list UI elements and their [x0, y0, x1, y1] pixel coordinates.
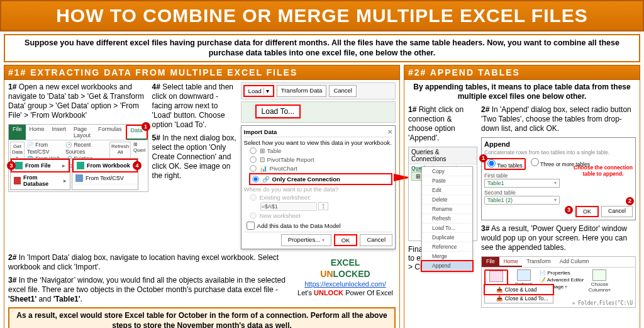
pq-adv-editor[interactable]: 📝 Advanced Editor — [540, 276, 584, 283]
workbook-icon — [77, 162, 84, 169]
pq-properties[interactable]: 📄 Properties — [540, 269, 584, 276]
second-table-select[interactable]: Table1 (2)▾ — [484, 196, 560, 205]
dialog-title: Import Data — [244, 128, 277, 135]
pq-tab-transform[interactable]: Transform — [522, 257, 555, 267]
ctx-paste: Paste — [422, 176, 472, 186]
ctx-append[interactable]: Append — [422, 261, 472, 271]
section-1-header: #1# EXTRACTING DATA FROM MULTIPLE EXCEL … — [4, 65, 400, 80]
second-table-label: Second table — [484, 189, 633, 196]
import-data-dialog: Import Data✕ Select how you want to view… — [241, 125, 396, 249]
ctx-duplicate[interactable]: Duplicate — [422, 233, 472, 242]
opt-pivottable[interactable]: ⊡PivotTable Report — [249, 156, 392, 164]
dialog-prompt: Select how you want to view this data in… — [244, 139, 392, 146]
menu-close-load-to[interactable]: 📥 Close & Load To... — [485, 294, 553, 303]
add-to-model[interactable]: Add this data to the Data Model — [247, 222, 392, 230]
step-4: 4# Select table and then click on downwa… — [152, 82, 237, 130]
menu-from-text-csv[interactable]: From Text/CSV — [72, 172, 138, 184]
badge-1: 1 — [142, 122, 150, 131]
ctx-edit[interactable]: Edit — [422, 186, 472, 195]
menu-from-workbook[interactable]: From Workbook4 — [72, 159, 138, 172]
queries-connections-panel: Queries & Connections Queries | Connecti… — [408, 147, 477, 241]
transform-data-button[interactable]: Transform Data — [277, 85, 327, 97]
power-query-ribbon: File Home Transform Add Column Close & L… — [481, 256, 636, 308]
load-button[interactable]: Load▾ — [243, 85, 274, 97]
step-3: 3# In the ‘Navigator’ window, you would … — [8, 276, 289, 304]
badge-3: 3 — [7, 161, 16, 170]
opt-table[interactable]: ⊞Table — [249, 147, 392, 155]
close-icon[interactable]: ✕ — [387, 128, 392, 135]
s2-step-2: 2# In 'Append' dialog box, select radio … — [481, 105, 636, 133]
properties-button[interactable]: Properties... ▾ — [281, 234, 331, 246]
ribbon-tab-home[interactable]: Home — [26, 125, 48, 140]
menu-close-load[interactable]: 📥 Close & Load — [485, 285, 553, 294]
opt-pivotchart[interactable]: 📊PivotChart — [249, 164, 392, 172]
choose-columns-button[interactable]: Choose Columns▾ — [587, 269, 611, 295]
formula-bar: = Folder.Files("C:\U — [572, 300, 633, 306]
ctx-reference[interactable]: Reference — [422, 242, 472, 252]
src-text-csv[interactable]: 📄 From Text/CSV — [27, 142, 63, 156]
ctx-delete[interactable]: Delete — [422, 195, 472, 205]
context-menu: Copy Paste Edit Delete Rename Refresh Lo… — [421, 166, 473, 271]
where-prompt: Where do you want to put the data? — [244, 186, 392, 193]
ribbon-tab-file[interactable]: File — [9, 125, 26, 140]
ctx-rename[interactable]: Rename — [422, 205, 472, 214]
append-dialog: Append Concatenate rows from two tables … — [481, 137, 636, 220]
pq-tab-file[interactable]: File — [482, 257, 499, 267]
section-2-header: #2# APPEND TABLES — [404, 65, 640, 80]
excel-ribbon: File Home Insert Page Layout Formulas Da… — [8, 124, 148, 192]
s2-step-1: 1# Right click on connection & choose op… — [408, 105, 477, 143]
ribbon-tab-insert[interactable]: Insert — [48, 125, 70, 140]
nav-cancel-button[interactable]: Cancel — [329, 85, 357, 97]
first-table-select[interactable]: Table1▾ — [484, 179, 560, 188]
append-ok-button[interactable]: OK — [575, 206, 599, 217]
page-title: HOW TO COMBINE OR MERGE MULTIPLE EXCEL F… — [0, 0, 644, 31]
pq-tab-addcol[interactable]: Add Column — [555, 257, 594, 267]
navigator-footer: Load▾ Transform Data Cancel — [241, 82, 396, 99]
menu-from-database[interactable]: From Database▸ — [11, 172, 70, 189]
folder-icon — [15, 162, 23, 169]
get-data-menu: From File▸3 From Database▸ — [10, 158, 70, 190]
ap-badge-3: 3 — [565, 206, 573, 214]
textcsv-icon — [75, 174, 83, 182]
section-1: #1# EXTRACTING DATA FROM MULTIPLE EXCEL … — [4, 65, 400, 329]
cancel-button[interactable]: Cancel — [360, 234, 392, 246]
brand-link[interactable]: https://excelunlocked.com/ — [304, 280, 386, 288]
radio-two-tables[interactable]: Two tables1 — [484, 158, 526, 170]
columns-icon — [592, 269, 606, 281]
close-load-menu: 📥 Close & Load 📥 Close & Load To... — [484, 285, 553, 303]
ctx-refresh[interactable]: Refresh — [422, 214, 472, 223]
append-cancel-button[interactable]: Cancel — [601, 206, 633, 217]
badge-4: 4 — [133, 161, 142, 170]
section-2-intro: By appending tables, it means to place t… — [408, 82, 636, 102]
intro-text: Suppose you have different excel files h… — [4, 34, 640, 62]
menu-from-file[interactable]: From File▸3 — [11, 159, 70, 172]
step-5: 5# In the next dialog box, select the op… — [152, 133, 237, 181]
ctx-loadto[interactable]: Load To... — [422, 223, 472, 233]
database-icon — [14, 177, 21, 184]
cell-ref-input — [260, 202, 317, 211]
ctx-copy[interactable]: Copy — [422, 167, 472, 176]
load-to-option[interactable]: Load To... — [255, 105, 301, 118]
recent-sources[interactable]: 🕑 Recent Sources — [65, 142, 107, 156]
step-1: 1# Open a new excel workbooks and naviga… — [8, 82, 148, 120]
from-file-submenu: From Workbook4 From Text/CSV — [72, 158, 138, 190]
append-title: Append — [484, 140, 633, 148]
opt-only-connection[interactable]: 🔗Only Create Connection — [249, 173, 392, 185]
ap-badge-1: 1 — [479, 154, 487, 162]
ribbon-tab-layout[interactable]: Page Layout — [70, 125, 94, 140]
section-1-result: As a result, excel would store Excel tab… — [8, 307, 396, 328]
opt-new-ws: New worksheet — [249, 212, 392, 220]
qc-title: Queries & Connections — [409, 147, 477, 164]
s2-step-3: 3# As a result, 'Power Query Editor' win… — [481, 224, 636, 252]
ribbon-tab-data[interactable]: Data1 — [126, 125, 148, 140]
ap-badge-2: 2 — [626, 197, 634, 205]
pq-tab-home[interactable]: Home — [499, 257, 523, 267]
append-subtitle: Concatenate rows from two tables into a … — [484, 149, 633, 156]
close-load-icon — [489, 271, 503, 282]
step-2: 2# In 'Import Data' dialog box, navigate… — [8, 253, 289, 272]
ctx-merge[interactable]: Merge — [422, 252, 472, 261]
ok-button[interactable]: OK — [334, 234, 358, 246]
brand-block: EXCELUNUNLOCKEDLOCKED https://excelunloc… — [295, 257, 396, 308]
append-note: Choose the connection table to append. — [574, 164, 633, 177]
ribbon-tab-formulas[interactable]: Formulas — [94, 125, 126, 140]
